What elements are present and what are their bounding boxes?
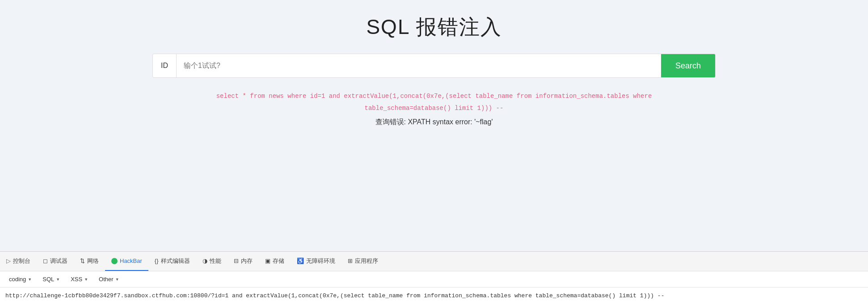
console-icon: ▷ bbox=[6, 258, 11, 264]
tab-accessibility[interactable]: ♿ 无障碍环境 bbox=[291, 252, 341, 271]
storage-icon: ▣ bbox=[265, 258, 270, 264]
tab-accessibility-label: 无障碍环境 bbox=[306, 257, 335, 265]
style-icon: {} bbox=[155, 258, 159, 264]
tab-debugger[interactable]: ◻ 调试器 bbox=[37, 252, 74, 271]
tab-performance[interactable]: ◑ 性能 bbox=[196, 252, 228, 271]
tab-network-label: 网络 bbox=[87, 257, 99, 265]
xss-label: XSS bbox=[71, 276, 82, 283]
tab-hackbar-label: HackBar bbox=[120, 258, 142, 264]
tab-console-label: 控制台 bbox=[13, 257, 30, 265]
coding-button[interactable]: coding ▼ bbox=[4, 274, 36, 284]
tab-style-label: 样式编辑器 bbox=[161, 257, 190, 265]
tab-style[interactable]: {} 样式编辑器 bbox=[148, 252, 196, 271]
error-message: 查询错误: XPATH syntax error: '~flag' bbox=[216, 116, 652, 129]
other-chevron-icon: ▼ bbox=[115, 277, 119, 282]
tab-console[interactable]: ▷ 控制台 bbox=[0, 252, 37, 271]
tab-performance-label: 性能 bbox=[210, 257, 221, 265]
tab-memory[interactable]: ⊟ 内存 bbox=[228, 252, 259, 271]
tab-memory-label: 内存 bbox=[241, 257, 253, 265]
sql-chevron-icon: ▼ bbox=[56, 277, 60, 282]
sql-label: SQL bbox=[42, 276, 54, 283]
other-button[interactable]: Other ▼ bbox=[94, 274, 123, 284]
debugger-icon: ◻ bbox=[43, 258, 48, 264]
coding-chevron-icon: ▼ bbox=[28, 277, 32, 282]
search-button[interactable]: Search bbox=[661, 54, 715, 77]
tab-hackbar[interactable]: HackBar bbox=[105, 252, 148, 271]
apps-icon: ⊞ bbox=[348, 258, 353, 264]
tab-network[interactable]: ⇅ 网络 bbox=[74, 252, 105, 271]
search-bar: ID Search bbox=[152, 54, 716, 78]
url-text: http://challenge-1cbfbb80de3429f7.sandbo… bbox=[5, 292, 664, 299]
devtools-tabs: ▷ 控制台 ◻ 调试器 ⇅ 网络 HackBar {} 样式编辑器 ◑ 性能 bbox=[0, 252, 384, 271]
sql-button[interactable]: SQL ▼ bbox=[38, 274, 64, 284]
tab-debugger-label: 调试器 bbox=[50, 257, 67, 265]
other-label: Other bbox=[99, 276, 114, 283]
main-content: SQL 报错注入 ID Search select * from news wh… bbox=[0, 0, 868, 251]
page-title: SQL 报错注入 bbox=[366, 13, 501, 41]
search-input[interactable] bbox=[177, 54, 661, 77]
result-area: select * from news where id=1 and extrac… bbox=[216, 90, 652, 129]
memory-icon: ⊟ bbox=[234, 258, 239, 264]
tab-storage-label: 存储 bbox=[273, 257, 284, 265]
coding-label: coding bbox=[9, 276, 26, 283]
network-icon: ⇅ bbox=[80, 258, 85, 264]
search-id-label: ID bbox=[153, 54, 177, 77]
devtools-section: ▷ 控制台 ◻ 调试器 ⇅ 网络 HackBar {} 样式编辑器 ◑ 性能 bbox=[0, 251, 868, 304]
devtools-bar: ▷ 控制台 ◻ 调试器 ⇅ 网络 HackBar {} 样式编辑器 ◑ 性能 bbox=[0, 251, 868, 271]
accessibility-icon: ♿ bbox=[297, 258, 304, 264]
url-bar: http://challenge-1cbfbb80de3429f7.sandbo… bbox=[0, 287, 868, 304]
toolbar-row: coding ▼ SQL ▼ XSS ▼ Other ▼ bbox=[0, 271, 868, 287]
tab-apps[interactable]: ⊞ 应用程序 bbox=[341, 252, 384, 271]
xss-button[interactable]: XSS ▼ bbox=[66, 274, 93, 284]
xss-chevron-icon: ▼ bbox=[84, 277, 88, 282]
performance-icon: ◑ bbox=[202, 258, 207, 264]
sql-query-line1: select * from news where id=1 and extrac… bbox=[216, 90, 652, 102]
hackbar-icon bbox=[111, 258, 118, 264]
sql-query-line2: table_schema=database() limit 1))) -- bbox=[216, 102, 652, 114]
tab-apps-label: 应用程序 bbox=[355, 257, 378, 265]
tab-storage[interactable]: ▣ 存储 bbox=[259, 252, 291, 271]
